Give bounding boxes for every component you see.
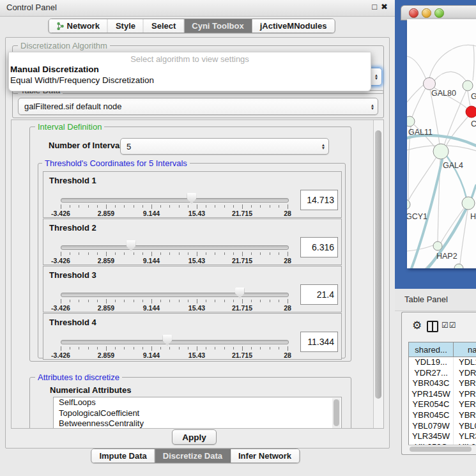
- column-header-name[interactable]: na: [454, 342, 476, 357]
- slider-scale-label: 2.859: [98, 257, 114, 265]
- GAL80-node[interactable]: [424, 78, 436, 90]
- table-cell[interactable]: YDR2: [454, 368, 476, 379]
- table-cell[interactable]: YLR3: [454, 431, 476, 442]
- slider-tick: [270, 347, 270, 349]
- network-window-titlebar[interactable]: [401, 5, 476, 20]
- table-row[interactable]: YBL079WYBL0: [409, 421, 476, 432]
- tab-infer-network[interactable]: Infer Network: [231, 449, 299, 463]
- table-row[interactable]: YER054CYER0: [409, 399, 476, 410]
- slider-tick: [61, 252, 61, 256]
- dropdown-item[interactable]: Manual Discretization: [9, 64, 371, 75]
- slider-track[interactable]: [61, 245, 289, 250]
- tab-discretize-data[interactable]: Discretize Data: [155, 449, 231, 463]
- slider-tick: [179, 205, 180, 208]
- table-hscrollbar[interactable]: [408, 445, 476, 453]
- tab-cyni-toolbox[interactable]: Cyni Toolbox: [184, 19, 252, 33]
- close-traffic-icon[interactable]: [409, 8, 418, 18]
- gear-icon[interactable]: ⚙: [412, 319, 422, 332]
- zoom-traffic-icon[interactable]: [434, 8, 444, 18]
- node-table[interactable]: shared... na YDL19...YDL1YDR27...YDR2YBR…: [408, 342, 476, 445]
- tab-impute-data[interactable]: Impute Data: [91, 449, 155, 463]
- apply-button[interactable]: Apply: [172, 429, 217, 445]
- HAP2-node[interactable]: [433, 242, 442, 250]
- table-cell[interactable]: YER054C: [409, 399, 454, 410]
- network-edge[interactable]: [434, 72, 466, 81]
- node[interactable]: [463, 81, 473, 91]
- threshold-value-field[interactable]: 21.4: [300, 284, 338, 305]
- list-scrollbar[interactable]: [332, 398, 341, 429]
- table-row[interactable]: YBR043CYBR0: [409, 378, 476, 389]
- GAL11-node[interactable]: [407, 116, 415, 127]
- table-cell[interactable]: YPR1: [454, 389, 476, 400]
- table-row[interactable]: YDR27...YDR2: [409, 368, 476, 379]
- list-scrollbar-thumb[interactable]: [334, 399, 339, 426]
- network-edge[interactable]: [429, 45, 476, 78]
- GAL4-node[interactable]: [433, 144, 449, 159]
- table-cell[interactable]: YBL079W: [409, 421, 454, 432]
- float-window-icon[interactable]: □: [372, 2, 377, 12]
- table-hscrollbar-thumb[interactable]: [410, 447, 472, 452]
- select-checkboxes-icon[interactable]: ☑☑: [441, 321, 457, 330]
- threshold-value-field[interactable]: 14.713: [300, 190, 338, 210]
- table-cell[interactable]: YBR043C: [409, 378, 454, 389]
- settings-scrollbar-thumb[interactable]: [375, 130, 381, 399]
- node-label: C: [471, 119, 476, 128]
- network-edge[interactable]: [412, 88, 426, 117]
- close-icon[interactable]: ✖: [381, 2, 388, 12]
- table-row[interactable]: YDL19...YDL1: [409, 357, 476, 368]
- slider-tick: [233, 252, 234, 255]
- threshold-slider[interactable]: -3.4262.8599.14415.4321.71528: [61, 291, 288, 310]
- node[interactable]: [454, 264, 463, 268]
- network-edge-thick[interactable]: [472, 185, 476, 198]
- table-data-combobox[interactable]: galFiltered.sif default node ▲▼: [18, 98, 378, 115]
- table-cell[interactable]: YDL1: [454, 357, 476, 368]
- table-cell[interactable]: YDR27...: [409, 368, 454, 379]
- table-cell[interactable]: YBR0: [454, 378, 476, 389]
- columns-icon[interactable]: [427, 321, 438, 332]
- network-edge[interactable]: [408, 157, 436, 201]
- node[interactable]: [462, 197, 475, 210]
- slider-tick: [206, 347, 206, 349]
- num-intervals-combobox[interactable]: 5 ▲▼: [120, 138, 329, 155]
- threshold-value-field[interactable]: 6.316: [300, 237, 338, 257]
- GCY1-node[interactable]: [407, 199, 410, 210]
- slider-scale-label: 2.859: [98, 351, 114, 359]
- threshold-slider[interactable]: -3.4262.8599.14415.4321.71528: [61, 196, 288, 215]
- table-row[interactable]: YBR045CYBR0: [409, 410, 476, 421]
- threshold-slider[interactable]: -3.4262.8599.14415.4321.71528: [61, 243, 288, 263]
- table-row[interactable]: YLR345WYLR3: [409, 431, 476, 442]
- slider-track[interactable]: [61, 198, 289, 203]
- network-edge[interactable]: [441, 208, 464, 243]
- network-canvas[interactable]: GAL80GACGAL11GAL4GCY1HHAP2: [407, 19, 476, 268]
- attributes-listbox[interactable]: SelfLoopsTopologicalCoefficientBetweenne…: [53, 397, 342, 429]
- table-cell[interactable]: YBR0: [454, 410, 476, 421]
- minimize-traffic-icon[interactable]: [422, 8, 431, 18]
- tab-select[interactable]: Select: [144, 19, 184, 33]
- slider-track[interactable]: [61, 293, 289, 297]
- table-cell[interactable]: YBL0: [454, 421, 476, 432]
- attribute-item[interactable]: BetweennessCentrality: [54, 418, 341, 429]
- table-cell[interactable]: YBR045C: [409, 410, 454, 421]
- table-cell[interactable]: YER0: [454, 399, 476, 410]
- threshold-value-field[interactable]: 11.344: [300, 332, 338, 352]
- network-edge[interactable]: [407, 56, 426, 79]
- slider-track[interactable]: [61, 340, 289, 344]
- settings-scrollbar[interactable]: [373, 120, 383, 428]
- interval-definition-group: Interval Definition Number of Intervals …: [29, 127, 351, 362]
- dropdown-item[interactable]: Equal Width/Frequency Discretization: [9, 75, 371, 86]
- attribute-item[interactable]: SelfLoops: [54, 397, 341, 408]
- threshold-slider[interactable]: -3.4262.8599.14415.4321.71528: [61, 338, 288, 357]
- tab-jactivemnodules[interactable]: jActiveMNodules: [252, 19, 335, 33]
- network-edge[interactable]: [473, 45, 474, 81]
- column-header-shared-name[interactable]: shared...: [409, 342, 454, 357]
- network-edge[interactable]: [468, 91, 470, 106]
- table-row[interactable]: YPR145WYPR1: [409, 389, 476, 400]
- tab-network[interactable]: Network: [49, 19, 108, 33]
- table-cell[interactable]: YLR345W: [409, 431, 454, 442]
- red-node[interactable]: [466, 106, 476, 118]
- table-cell[interactable]: YPR145W: [409, 389, 454, 400]
- network-edge[interactable]: [407, 84, 424, 102]
- table-cell[interactable]: YDL19...: [409, 357, 454, 368]
- tab-style[interactable]: Style: [108, 19, 144, 33]
- attribute-item[interactable]: TopologicalCoefficient: [54, 408, 341, 419]
